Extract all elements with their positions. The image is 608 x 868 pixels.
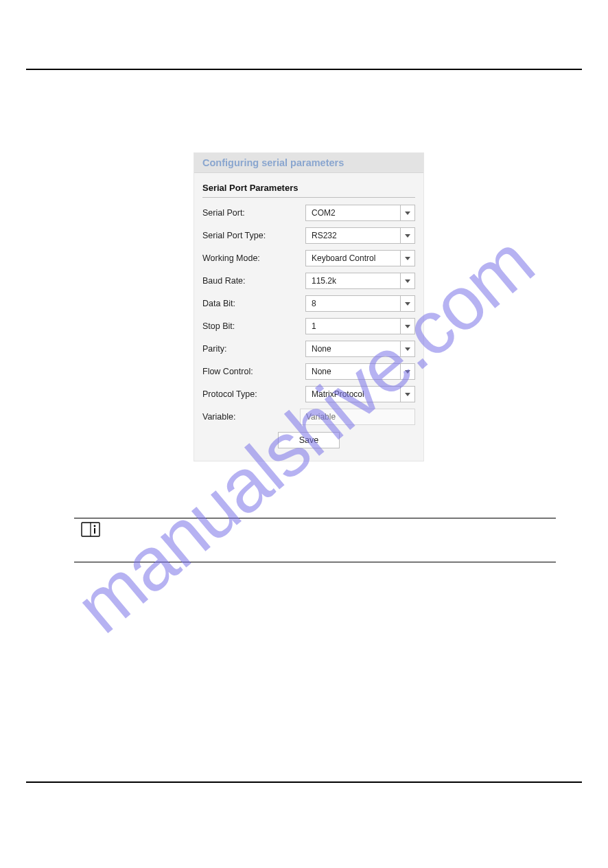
label-baud-rate: Baud Rate: — [202, 276, 305, 286]
chevron-down-icon — [400, 250, 415, 266]
divider-note-bottom — [74, 562, 556, 562]
row-serial-port: Serial Port: COM2 — [202, 205, 415, 221]
row-protocol-type: Protocol Type: MatrixProtocol — [202, 386, 415, 402]
serial-params-panel: Configuring serial parameters Serial Por… — [194, 152, 424, 461]
select-working-mode[interactable]: Keyboard Control — [305, 250, 415, 266]
row-serial-port-type: Serial Port Type: RS232 — [202, 227, 415, 244]
save-button[interactable]: Save — [278, 432, 340, 448]
info-book-icon — [81, 522, 100, 537]
row-stop-bit: Stop Bit: 1 — [202, 318, 415, 334]
select-baud-rate[interactable]: 115.2k — [305, 273, 415, 289]
row-variable: Variable: — [202, 409, 415, 425]
select-serial-port[interactable]: COM2 — [305, 205, 415, 221]
panel-title: Configuring serial parameters — [194, 153, 423, 173]
label-data-bit: Data Bit: — [202, 299, 305, 308]
chevron-down-icon — [400, 273, 415, 289]
svg-point-2 — [94, 525, 96, 527]
chevron-down-icon — [400, 318, 415, 334]
chevron-down-icon — [400, 295, 415, 312]
select-value: 115.2k — [305, 273, 400, 289]
select-data-bit[interactable]: 8 — [305, 295, 415, 312]
label-serial-port: Serial Port: — [202, 208, 305, 218]
select-value: Keyboard Control — [305, 250, 400, 266]
chevron-down-icon — [400, 227, 415, 244]
select-parity[interactable]: None — [305, 341, 415, 357]
chevron-down-icon — [400, 386, 415, 402]
divider-note-top — [74, 518, 556, 518]
row-baud-rate: Baud Rate: 115.2k — [202, 273, 415, 289]
divider-top — [26, 69, 582, 70]
select-value: None — [305, 363, 400, 380]
label-stop-bit: Stop Bit: — [202, 321, 305, 331]
chevron-down-icon — [400, 205, 415, 221]
select-value: MatrixProtocol — [305, 386, 400, 402]
select-value: 1 — [305, 318, 400, 334]
chevron-down-icon — [400, 341, 415, 357]
select-value: None — [305, 341, 400, 357]
select-value: COM2 — [305, 205, 400, 221]
row-working-mode: Working Mode: Keyboard Control — [202, 250, 415, 266]
label-variable: Variable: — [202, 412, 300, 422]
divider-bottom — [26, 781, 582, 783]
select-serial-port-type[interactable]: RS232 — [305, 227, 415, 244]
section-title: Serial Port Parameters — [202, 183, 415, 198]
row-parity: Parity: None — [202, 341, 415, 357]
label-protocol-type: Protocol Type: — [202, 389, 305, 399]
select-stop-bit[interactable]: 1 — [305, 318, 415, 334]
row-flow-control: Flow Control: None — [202, 363, 415, 380]
select-value: RS232 — [305, 227, 400, 244]
label-working-mode: Working Mode: — [202, 253, 305, 263]
label-flow-control: Flow Control: — [202, 367, 305, 376]
label-parity: Parity: — [202, 344, 305, 354]
row-data-bit: Data Bit: 8 — [202, 295, 415, 312]
label-serial-port-type: Serial Port Type: — [202, 231, 305, 240]
variable-input[interactable] — [300, 409, 415, 425]
select-value: 8 — [305, 295, 400, 312]
select-flow-control[interactable]: None — [305, 363, 415, 380]
chevron-down-icon — [400, 363, 415, 380]
select-protocol-type[interactable]: MatrixProtocol — [305, 386, 415, 402]
